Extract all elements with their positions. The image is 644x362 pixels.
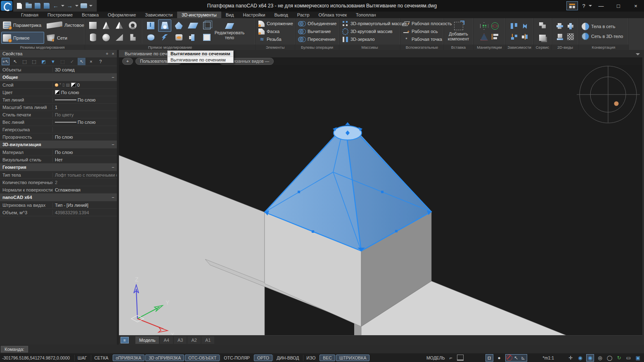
toggle-iso[interactable]: ИЗО: [303, 355, 319, 361]
constraint-a-icon[interactable]: [508, 21, 520, 31]
open-folder-icon[interactable]: [25, 2, 32, 9]
toggle-otrack-object[interactable]: ОТС-ОБЪЕКТ: [185, 355, 220, 361]
prop-row-transparency[interactable]: Прозрачность По слою: [0, 133, 117, 141]
toggle-lineweight[interactable]: ВЕС: [320, 355, 335, 361]
toggle-snap[interactable]: ШАГ: [74, 355, 90, 361]
prop-row-lineweight[interactable]: Вес линий По слою: [0, 118, 117, 126]
layer-plot-icon[interactable]: ▤: [66, 83, 69, 87]
torus-primitive-icon[interactable]: [126, 19, 139, 32]
color-swatch[interactable]: [55, 90, 60, 95]
highlight-select-icon[interactable]: ↖: [78, 58, 85, 65]
zoom-window-icon[interactable]: ◉: [586, 354, 594, 362]
constraint-c-icon[interactable]: [508, 31, 520, 42]
annotation-scale[interactable]: *m1:1: [543, 355, 554, 360]
prop-row-layer[interactable]: Слой * ▯ ▤ 0: [0, 81, 117, 89]
sheet-tab-a4[interactable]: А4: [160, 336, 173, 344]
locator-camera-dot[interactable]: [614, 102, 619, 106]
fillet-button[interactable]: Сопряжение: [257, 20, 295, 27]
tab-nastroyki[interactable]: Настройки: [239, 12, 270, 18]
slice-icon[interactable]: [172, 31, 185, 44]
mesh-to-solid-button[interactable]: Сеть в 3D-тело: [580, 33, 625, 40]
corner-primitive-icon[interactable]: [126, 31, 139, 44]
section-common[interactable]: Общие −: [0, 73, 117, 81]
prop-row-ltscale[interactable]: Масштаб типа линий 1: [0, 104, 117, 111]
sheet-tab-a2[interactable]: А2: [187, 336, 200, 344]
tooltip-item[interactable]: Вытягивание по сечениям: [168, 57, 233, 63]
toggle-dyn-input[interactable]: ДИН-ВВОД: [273, 355, 302, 361]
tab-rastr[interactable]: Растр: [293, 12, 314, 18]
3d-scale-icon[interactable]: [478, 31, 490, 42]
close-button[interactable]: ×: [627, 0, 644, 11]
sweep-icon[interactable]: [158, 31, 171, 44]
toggle-ortho[interactable]: ОРТО: [254, 355, 272, 361]
tab-3d-instrumenty[interactable]: 3D-инструменты: [177, 12, 221, 18]
no-ucs-icon[interactable]: [506, 355, 513, 361]
cursor-mode-icon[interactable]: ↖: [513, 355, 520, 361]
pan-icon[interactable]: ✛: [567, 355, 574, 361]
section-geometry[interactable]: Геометрия −: [0, 163, 117, 171]
poly-select-icon[interactable]: ⬚: [30, 58, 38, 65]
projection-view-icon[interactable]: [565, 21, 576, 31]
sphere-primitive-icon[interactable]: [99, 31, 113, 44]
bulb-icon[interactable]: ●: [496, 355, 503, 361]
collapse-icon[interactable]: −: [112, 75, 114, 80]
pyramid-primitive-icon[interactable]: [113, 19, 126, 32]
chamfer-button[interactable]: Фаска: [257, 28, 295, 35]
layer-lock-icon[interactable]: ▯: [62, 83, 65, 87]
print-icon[interactable]: [80, 2, 88, 9]
tab-list-caret-icon[interactable]: [636, 53, 640, 57]
prop-row-color[interactable]: Цвет По слою: [0, 89, 117, 96]
cone-primitive-icon[interactable]: [99, 19, 113, 32]
model-mini-icon[interactable]: [457, 355, 464, 361]
3d-move-icon[interactable]: [478, 21, 490, 31]
tab-oformlenie[interactable]: Оформление: [103, 12, 140, 18]
maximize-button[interactable]: □: [610, 0, 627, 11]
rectangle-section-icon[interactable]: [200, 31, 213, 44]
collapse-icon[interactable]: −: [112, 142, 114, 147]
constraint-b-icon[interactable]: [519, 21, 530, 31]
undo-history-caret-icon[interactable]: [61, 2, 64, 9]
3d-polar-array-button[interactable]: 3D-круговой массив: [341, 28, 408, 35]
section-3d-visualization[interactable]: 3D-визуализация −: [0, 141, 117, 149]
layer-on-bulb-icon[interactable]: [55, 83, 58, 87]
push-pull-icon[interactable]: [144, 19, 157, 32]
orbit-icon[interactable]: ◯: [606, 355, 613, 361]
clear-selection-icon[interactable]: ×: [87, 58, 95, 65]
tab-postroenie[interactable]: Построение: [43, 12, 77, 18]
apply-icon[interactable]: ✓: [68, 58, 76, 65]
tab-oblaka-tochek[interactable]: Облака точек: [314, 12, 352, 18]
undo-icon[interactable]: ←: [52, 2, 59, 9]
prop-row-visual-style[interactable]: Визуальный стиль Нет: [0, 156, 117, 163]
layer-bulb-cursor-icon[interactable]: ◘: [485, 354, 493, 362]
tab-vyvod[interactable]: Вывод: [270, 12, 292, 18]
offset-face-icon[interactable]: [186, 19, 199, 32]
ribbon-interface-toggle-icon[interactable]: [566, 1, 578, 10]
toggle-osnap[interactable]: оПРИВЯЗКА: [113, 355, 145, 361]
section-nanocad[interactable]: nanoCAD x64 −: [0, 194, 117, 201]
redo-history-caret-icon[interactable]: [75, 2, 78, 9]
prop-row-body-type[interactable]: Тип тела Лофт только с поперечными сечен…: [0, 171, 117, 179]
intersect-button[interactable]: Пересечение: [296, 35, 338, 43]
3d-rect-array-button[interactable]: 3D-прямоугольный массив: [341, 20, 408, 27]
add-component-button[interactable]: Добавить компонент: [445, 22, 472, 41]
sheet-tab-a3[interactable]: А3: [174, 336, 187, 344]
prop-row-objects[interactable]: Объекты 3D солид: [0, 66, 117, 73]
minimize-button[interactable]: —: [593, 0, 609, 11]
wedge-primitive-icon[interactable]: [113, 31, 126, 44]
prop-row-linetype[interactable]: Тип линий По слою: [0, 96, 117, 104]
3d-mirror-button[interactable]: 3D-зеркало: [341, 35, 408, 43]
sheet-modeling-button[interactable]: Листовое: [45, 19, 87, 31]
help-caret-icon[interactable]: [589, 2, 592, 9]
toggle-hatch[interactable]: ШТРИХОВКА: [336, 355, 370, 361]
swap-selection-icon[interactable]: ◩: [40, 58, 47, 65]
help-button[interactable]: ?: [580, 0, 588, 11]
add-view-button[interactable]: +: [122, 58, 133, 65]
nanocad-logo-icon[interactable]: [1, 1, 12, 11]
add-to-selection-icon[interactable]: +↖: [2, 58, 9, 65]
3d-viewport[interactable]: Z Y X: [119, 65, 642, 336]
copy-faces-icon[interactable]: [537, 20, 548, 31]
section-view-icon[interactable]: [554, 21, 566, 31]
viewport-lock-icon[interactable]: ⌐: [447, 355, 455, 361]
layout-list-icon[interactable]: ≡: [121, 337, 129, 343]
box-primitive-icon[interactable]: [86, 19, 99, 32]
